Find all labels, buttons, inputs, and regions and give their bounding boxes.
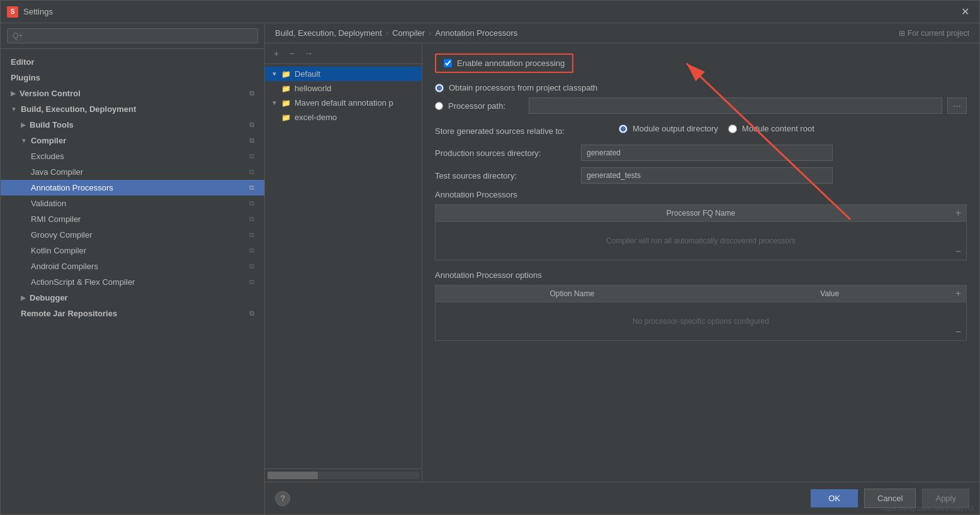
sidebar-item-compiler[interactable]: ▼ Compiler ⧉ — [1, 133, 264, 148]
sidebar-item-validation[interactable]: Validation ⧉ — [1, 196, 264, 211]
add-profile-button[interactable]: + — [271, 47, 281, 60]
sidebar-label-java-compiler: Java Compiler — [31, 167, 83, 177]
production-sources-input[interactable] — [581, 145, 833, 161]
sidebar-item-actionscript-compiler[interactable]: ActionScript & Flex Compiler ⧉ — [1, 274, 264, 290]
path-browse-button[interactable]: ⋯ — [947, 97, 967, 114]
ok-button[interactable]: OK — [811, 489, 858, 507]
copy-icon-build-tools: ⧉ — [249, 121, 254, 129]
expand-icon-maven: ▼ — [271, 99, 278, 106]
file-tree: + − → ▼ 📁 Default 📁 helloworld — [265, 43, 422, 482]
production-sources-row: Production sources directory: — [435, 145, 967, 161]
nav-tree: Editor Plugins ▶ Version Control ⧉ — [1, 49, 264, 514]
annotation-processors-section-title: Annotation Processors — [435, 190, 967, 199]
bottom-left: ? — [275, 491, 290, 506]
copy-icon-java-compiler: ⧉ — [249, 168, 254, 176]
sidebar-item-kotlin-compiler[interactable]: Kotlin Compiler ⧉ — [1, 243, 264, 258]
main-content: Editor Plugins ▶ Version Control ⧉ — [1, 23, 979, 514]
expand-icon-compiler: ▼ — [21, 137, 27, 144]
remove-profile-button[interactable]: − — [286, 47, 296, 60]
obtain-processors-label: Obtain processors from project classpath — [449, 83, 597, 92]
search-bar — [1, 23, 264, 49]
sidebar-item-editor[interactable]: Editor — [1, 54, 264, 70]
sidebar-item-groovy-compiler[interactable]: Groovy Compiler ⧉ — [1, 227, 264, 243]
store-generated-sources-row: Store generated sources relative to: Mod… — [435, 124, 967, 138]
search-input[interactable] — [7, 28, 258, 43]
annotation-processors-table-header: Processor FQ Name — [436, 205, 966, 222]
sidebar-label-version-control: Version Control — [20, 89, 81, 98]
sidebar-label-debugger: Debugger — [30, 293, 68, 302]
window-title: Settings — [23, 7, 957, 16]
processor-path-label: Processor path: — [448, 101, 524, 111]
file-item-default[interactable]: ▼ 📁 Default — [265, 67, 422, 81]
annotation-processors-table: Processor FQ Name Compiler will run all … — [435, 204, 967, 260]
file-label-excel-demo: excel-demo — [295, 113, 337, 122]
folder-icon-maven: 📁 — [281, 99, 291, 108]
help-button[interactable]: ? — [275, 491, 290, 506]
processor-options-add-button[interactable]: + — [955, 288, 961, 299]
sidebar-label-validation: Validation — [31, 199, 66, 208]
enable-annotation-processing-container: Enable annotation processing — [435, 53, 573, 73]
processor-options-table-body: No processor-specific options configured — [436, 302, 966, 340]
copy-icon-version-control: ⧉ — [249, 89, 254, 97]
module-content-radio[interactable] — [728, 125, 737, 133]
store-generated-options: Module output directory Module content r… — [619, 124, 814, 138]
sidebar-item-annotation-processors[interactable]: Annotation Processors ⧉ — [1, 180, 264, 196]
breadcrumb-part-2: Compiler — [392, 28, 425, 38]
navigate-button[interactable]: → — [301, 47, 315, 60]
processor-path-radio[interactable] — [435, 102, 443, 110]
sidebar-item-debugger[interactable]: ▶ Debugger — [1, 290, 264, 306]
processor-options-remove-button[interactable]: − — [955, 326, 961, 338]
production-sources-label: Production sources directory: — [435, 148, 573, 158]
file-item-excel-demo[interactable]: 📁 excel-demo — [265, 110, 422, 125]
copy-icon-actionscript-compiler: ⧉ — [249, 278, 254, 286]
breadcrumb-bar: Build, Execution, Deployment › Compiler … — [265, 23, 979, 43]
expand-icon-build-tools: ▶ — [21, 121, 26, 128]
file-item-maven-default[interactable]: ▼ 📁 Maven default annotation p — [265, 96, 422, 110]
for-current-project-label: For current project — [908, 29, 969, 38]
obtain-processors-radio[interactable] — [435, 84, 444, 92]
value-column: Value — [701, 289, 959, 298]
processor-path-input[interactable] — [529, 97, 942, 114]
copy-icon-compiler: ⧉ — [249, 136, 254, 145]
module-output-label: Module output directory — [633, 124, 718, 133]
copy-icon-excludes: ⧉ — [249, 152, 254, 160]
sidebar-item-java-compiler[interactable]: Java Compiler ⧉ — [1, 164, 264, 180]
copy-icon-validation: ⧉ — [249, 199, 254, 208]
enable-annotation-processing-checkbox[interactable] — [444, 59, 452, 67]
copy-icon-groovy-compiler: ⧉ — [249, 231, 254, 239]
breadcrumb: Build, Execution, Deployment › Compiler … — [275, 28, 517, 38]
sidebar-item-rmi-compiler[interactable]: RMI Compiler ⧉ — [1, 211, 264, 227]
folder-icon-helloworld: 📁 — [281, 84, 291, 93]
module-output-radio[interactable] — [619, 125, 628, 133]
right-panel: Build, Execution, Deployment › Compiler … — [265, 23, 979, 514]
processor-options-empty-text: No processor-specific options configured — [633, 317, 769, 326]
close-button[interactable]: ✕ — [957, 4, 973, 19]
sidebar-item-build-execution[interactable]: ▼ Build, Execution, Deployment — [1, 101, 264, 117]
folder-icon-excel-demo: 📁 — [281, 113, 291, 122]
sidebar-item-version-control[interactable]: ▶ Version Control ⧉ — [1, 86, 264, 101]
sidebar-label-annotation-processors: Annotation Processors — [31, 183, 113, 192]
for-current-project: ⊞ For current project — [899, 29, 969, 38]
expand-icon-build-execution: ▼ — [11, 106, 17, 113]
option-name-column: Option Name — [443, 289, 701, 298]
test-sources-input[interactable] — [581, 167, 833, 184]
copy-icon-kotlin-compiler: ⧉ — [249, 246, 254, 255]
sidebar-item-android-compilers[interactable]: Android Compilers ⧉ — [1, 258, 264, 274]
sidebar-item-plugins[interactable]: Plugins — [1, 70, 264, 86]
sidebar-label-kotlin-compiler: Kotlin Compiler — [31, 246, 86, 255]
store-generated-label: Store generated sources relative to: — [435, 126, 611, 136]
file-item-helloworld[interactable]: 📁 helloworld — [265, 81, 422, 96]
bottom-bar: ? OK Cancel Apply https://blog.csdn.net/… — [265, 482, 979, 514]
title-bar: S Settings ✕ — [1, 1, 979, 23]
annotation-processors-remove-button[interactable]: − — [955, 246, 961, 257]
sidebar-item-build-tools[interactable]: ▶ Build Tools ⧉ — [1, 117, 264, 133]
module-content-label: Module content root — [742, 124, 814, 133]
processor-options-table: Option Name Value No processor-specific … — [435, 285, 967, 341]
sidebar-item-remote-jar[interactable]: Remote Jar Repositories ⧉ — [1, 306, 264, 321]
file-tree-toolbar: + − → — [265, 43, 422, 64]
copy-icon-android-compilers: ⧉ — [249, 262, 254, 270]
project-icon: ⊞ — [899, 29, 905, 38]
annotation-processors-add-button[interactable]: + — [955, 208, 961, 219]
sidebar-item-excludes[interactable]: Excludes ⧉ — [1, 148, 264, 164]
obtain-processors-row: Obtain processors from project classpath — [435, 83, 967, 92]
